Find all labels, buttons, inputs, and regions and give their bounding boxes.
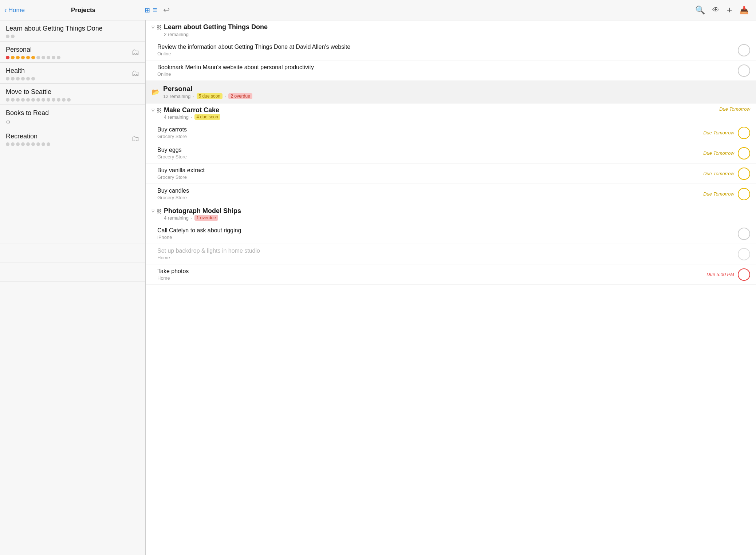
task-context: Grocery Store: [157, 174, 703, 180]
task-content: Call Catelyn to ask about rigging iPhone: [157, 227, 738, 240]
personal-meta-row: 12 remaining · 5 due soon · 2 overdue: [163, 93, 252, 99]
dot: [26, 98, 30, 102]
task-content: Bookmark Merlin Mann's website about per…: [157, 64, 738, 77]
sidebar-item-move-seattle[interactable]: Move to Seattle: [0, 84, 145, 105]
expand-triangle-icon[interactable]: ▽: [151, 25, 154, 29]
back-label: Home: [8, 7, 25, 14]
sidebar-item-personal[interactable]: Personal 🗂: [0, 42, 145, 63]
task-row-call-catelyn[interactable]: Call Catelyn to ask about rigging iPhone: [146, 224, 756, 244]
dot: [31, 77, 35, 80]
expand-triangle-icon[interactable]: ▽: [151, 108, 154, 113]
due-label: Due Tomorrow: [703, 130, 734, 135]
model-ships-meta-row: 4 remaining · 1 overdue: [164, 215, 241, 221]
learn-project-title: Learn about Getting Things Done: [164, 23, 268, 31]
dot: [6, 98, 9, 102]
toolbar-right: 🔍 👁 + 📥: [695, 4, 752, 16]
task-complete-button[interactable]: [738, 248, 750, 260]
sidebar-item-health-title: Health: [6, 67, 139, 75]
dot: [16, 56, 20, 59]
dot: [36, 98, 40, 102]
task-row-buy-carrots[interactable]: Buy carrots Grocery Store Due Tomorrow: [146, 123, 756, 143]
dot: [36, 56, 40, 59]
dot: [52, 56, 55, 59]
dot: [21, 56, 25, 59]
due-label-red: Due 5:00 PM: [706, 272, 734, 277]
sidebar-item-health-dots: [6, 77, 139, 80]
sidebar-item-recreation-title: Recreation: [6, 133, 139, 140]
task-row-review-gtd[interactable]: Review the information about Getting Thi…: [146, 40, 756, 60]
undo-icon[interactable]: ↩: [163, 5, 170, 15]
carrot-cake-title-block: Make Carrot Cake 4 remaining · 4 due soo…: [164, 106, 220, 120]
task-title-dimmed: Set up backdrop & lights in home studio: [157, 248, 738, 254]
task-row-bookmark-merlin[interactable]: Bookmark Merlin Mann's website about per…: [146, 60, 756, 81]
sidebar-empty-row: [0, 168, 145, 187]
carrot-cake-header-left: ▽ ⛓ Make Carrot Cake 4 remaining · 4 due…: [151, 106, 220, 120]
learn-project-meta: 2 remaining: [164, 32, 268, 37]
search-icon[interactable]: 🔍: [695, 5, 705, 15]
folder-icon: 🗂: [131, 47, 139, 57]
dot: [31, 98, 35, 102]
carrot-cake-due-label: Due Tomorrow: [719, 106, 750, 112]
dot: [47, 98, 50, 102]
task-complete-button[interactable]: [738, 127, 750, 139]
task-complete-button[interactable]: [738, 168, 750, 180]
filter-icon[interactable]: ≡: [153, 6, 157, 14]
task-row-take-photos[interactable]: Take photos Home Due 5:00 PM: [146, 264, 756, 285]
task-row-buy-eggs[interactable]: Buy eggs Grocery Store Due Tomorrow: [146, 143, 756, 164]
dot: [6, 35, 9, 38]
toolbar-left: ‹ Home Projects ⊞: [4, 6, 150, 14]
task-context: iPhone: [157, 235, 738, 240]
task-complete-button[interactable]: [738, 268, 750, 281]
dot: [47, 56, 50, 59]
sidebar-empty-row: [0, 225, 145, 244]
eye-icon[interactable]: 👁: [712, 6, 720, 14]
grid-view-icon[interactable]: ⊞: [145, 6, 150, 14]
task-content: Buy eggs Grocery Store: [157, 147, 703, 160]
dot: [26, 56, 30, 59]
dot: [6, 142, 9, 146]
task-row-buy-candles[interactable]: Buy candles Grocery Store Due Tomorrow: [146, 184, 756, 204]
sidebar-item-health[interactable]: Health 🗂: [0, 63, 145, 84]
sidebar-item-books-dots: ⚙: [6, 119, 139, 125]
inbox-icon[interactable]: 📥: [740, 6, 749, 15]
dot: [42, 56, 45, 59]
task-content: Buy carrots Grocery Store: [157, 126, 703, 139]
task-title: Buy eggs: [157, 147, 703, 153]
sidebar-item-move-seattle-title: Move to Seattle: [6, 88, 139, 96]
task-complete-button[interactable]: [738, 147, 750, 160]
carrot-cake-remaining: 4 remaining: [164, 114, 189, 120]
dot: [36, 142, 40, 146]
add-icon[interactable]: +: [727, 4, 732, 16]
task-title: Buy candles: [157, 188, 703, 194]
personal-remaining: 12 remaining: [163, 94, 190, 99]
carrot-cake-title: Make Carrot Cake: [164, 106, 220, 114]
back-button[interactable]: ‹ Home: [4, 6, 25, 14]
task-complete-button[interactable]: [738, 64, 750, 77]
sidebar-item-learn-dots: [6, 35, 139, 38]
sidebar-item-recreation[interactable]: Recreation 🗂: [0, 128, 145, 149]
task-row-buy-vanilla[interactable]: Buy vanilla extract Grocery Store Due To…: [146, 164, 756, 184]
task-title: Call Catelyn to ask about rigging: [157, 227, 738, 234]
task-content: Buy vanilla extract Grocery Store: [157, 167, 703, 180]
dot: [31, 56, 35, 59]
dot: [16, 142, 20, 146]
dot: [52, 98, 55, 102]
task-row-backdrop[interactable]: Set up backdrop & lights in home studio …: [146, 244, 756, 264]
dot: [31, 142, 35, 146]
task-complete-button[interactable]: [738, 188, 750, 200]
sidebar-item-books[interactable]: Books to Read ⚙: [0, 105, 145, 128]
task-title: Review the information about Getting Thi…: [157, 44, 738, 50]
task-complete-button[interactable]: [738, 228, 750, 240]
sidebar-item-move-seattle-dots: [6, 98, 139, 102]
dot: [62, 98, 66, 102]
sidebar-item-learn[interactable]: Learn about Getting Things Done: [0, 20, 145, 42]
expand-triangle-icon[interactable]: ▽: [151, 209, 154, 213]
task-right: Due Tomorrow: [703, 147, 750, 160]
task-context: Grocery Store: [157, 195, 703, 200]
task-title: Bookmark Merlin Mann's website about per…: [157, 64, 738, 71]
task-right: [738, 64, 750, 77]
dot: [6, 56, 9, 59]
dot: [11, 142, 15, 146]
task-complete-button[interactable]: [738, 44, 750, 56]
sidebar-empty-row: [0, 149, 145, 168]
